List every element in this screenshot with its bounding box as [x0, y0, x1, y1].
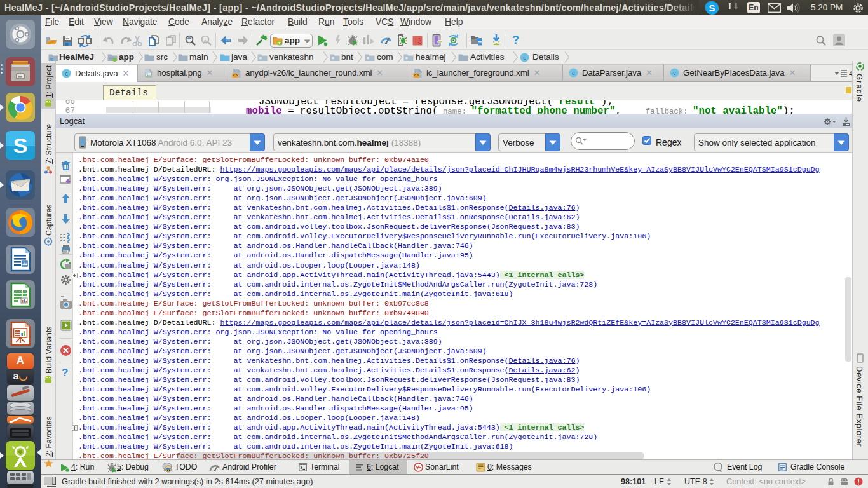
- svg-text:A: A: [203, 39, 208, 45]
- svg-text:c: c: [523, 55, 526, 61]
- svg-text:S: S: [13, 133, 28, 158]
- svg-text:c: c: [572, 69, 575, 76]
- svg-text:<>: <>: [233, 73, 238, 78]
- svg-text:c: c: [673, 69, 676, 76]
- svg-text:<>: <>: [414, 73, 419, 78]
- svg-text:c: c: [65, 70, 68, 77]
